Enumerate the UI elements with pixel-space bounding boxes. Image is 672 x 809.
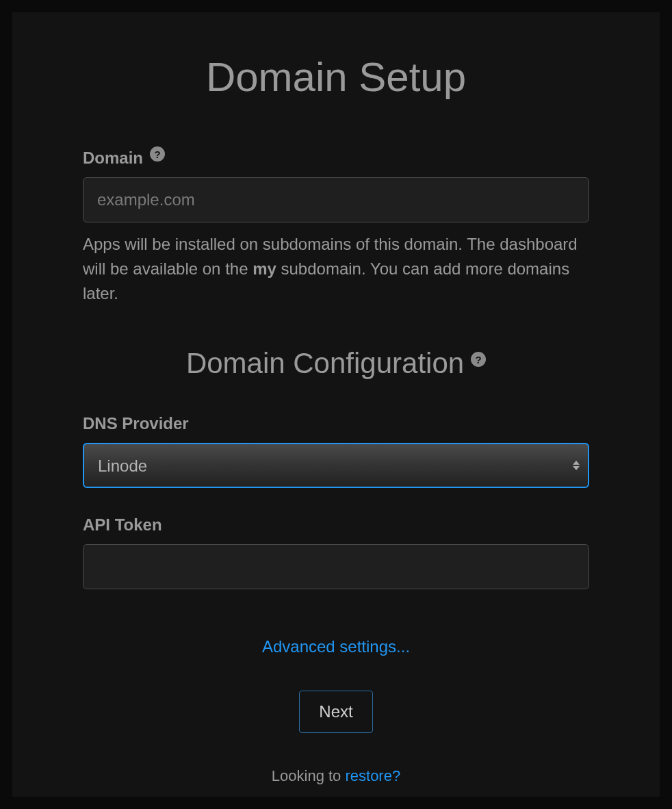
setup-panel: Domain Setup Domain ? Apps will be insta… — [12, 12, 660, 797]
advanced-settings-link[interactable]: Advanced settings... — [83, 637, 589, 656]
restore-link[interactable]: restore? — [345, 767, 400, 784]
api-token-input[interactable] — [83, 544, 589, 589]
config-heading: Domain Configuration — [186, 347, 464, 380]
help-bold: my — [253, 259, 276, 278]
dns-provider-select[interactable]: Linode — [83, 443, 589, 488]
help-icon[interactable]: ? — [150, 146, 165, 162]
page-title: Domain Setup — [12, 53, 660, 101]
domain-input[interactable] — [83, 177, 589, 222]
dns-field-group: DNS Provider Linode — [83, 414, 589, 488]
dns-label-row: DNS Provider — [83, 414, 589, 433]
footer-prefix: Looking to — [272, 767, 346, 784]
api-label-row: API Token — [83, 515, 589, 535]
dns-provider-label: DNS Provider — [83, 414, 189, 433]
next-button[interactable]: Next — [299, 691, 372, 733]
footer-text: Looking to restore? — [83, 767, 589, 785]
domain-label-row: Domain ? — [83, 149, 589, 168]
domain-label: Domain — [83, 149, 143, 168]
api-field-group: API Token — [83, 515, 589, 589]
help-icon[interactable]: ? — [471, 352, 486, 367]
config-heading-row: Domain Configuration ? — [83, 347, 589, 380]
domain-field-group: Domain ? Apps will be installed on subdo… — [83, 149, 589, 306]
domain-help-text: Apps will be installed on subdomains of … — [83, 232, 589, 306]
form-container: Domain ? Apps will be installed on subdo… — [83, 149, 589, 785]
dns-select-wrapper: Linode — [83, 443, 589, 488]
api-token-label: API Token — [83, 515, 162, 535]
